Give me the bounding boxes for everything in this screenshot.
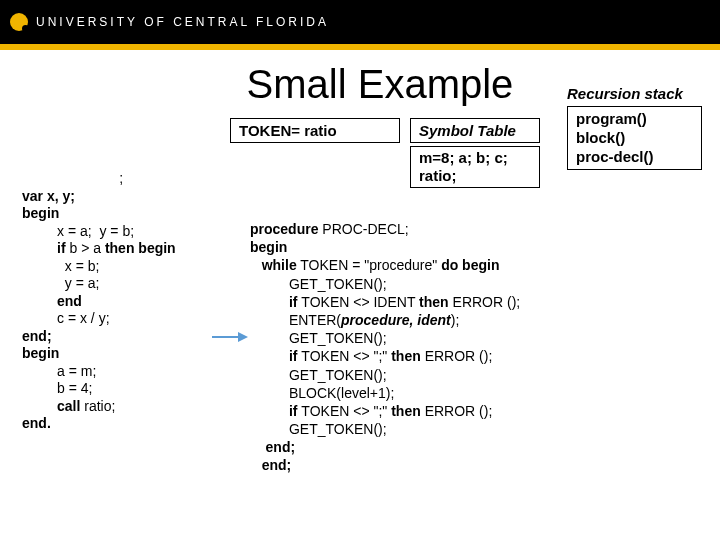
symbol-table-title-box: Symbol Table — [410, 118, 540, 143]
right-procedure-code: procedure PROC-DECL; begin while TOKEN =… — [250, 220, 520, 475]
recursion-stack-box: program() block() proc-decl() — [567, 106, 702, 170]
header-bar: UNIVERSITY OF CENTRAL FLORIDA — [0, 0, 720, 44]
recursion-item: program() — [576, 110, 693, 129]
token-box: TOKEN= ratio — [230, 118, 400, 143]
recursion-stack-title: Recursion stack — [567, 85, 702, 102]
symbol-table-content-box: m=8; a; b; c; ratio; — [410, 146, 540, 188]
ucf-logo-icon — [10, 13, 28, 31]
arrow-icon — [212, 332, 248, 342]
university-name: UNIVERSITY OF CENTRAL FLORIDA — [36, 15, 329, 29]
recursion-item: proc-decl() — [576, 148, 693, 167]
left-source-code: ; var x, y; begin x = a; y = b; if b > a… — [22, 170, 176, 433]
gold-divider — [0, 44, 720, 50]
recursion-item: block() — [576, 129, 693, 148]
